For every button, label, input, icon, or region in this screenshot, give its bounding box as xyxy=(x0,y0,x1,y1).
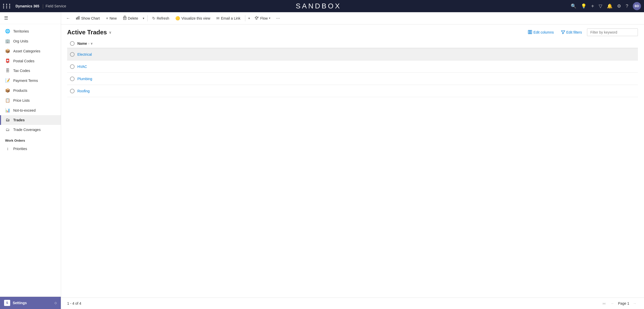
sidebar-item-not-to-exceed[interactable]: 📊 Not-to-exceed xyxy=(0,105,61,115)
email-link-button[interactable]: ✉ Email a Link xyxy=(214,14,243,22)
settings-square-icon: S xyxy=(4,300,10,306)
sidebar-item-payment-terms-label: Payment Terms xyxy=(13,79,38,83)
sidebar-item-territories[interactable]: 🌐 Territories xyxy=(0,26,61,36)
view-title-chevron-icon[interactable]: ∨ xyxy=(109,30,111,34)
view-title: Active Trades xyxy=(67,29,107,36)
svg-rect-7 xyxy=(125,18,125,19)
svg-rect-4 xyxy=(124,16,126,16)
idea-icon[interactable]: 💡 xyxy=(581,3,586,9)
roofing-link[interactable]: Roofing xyxy=(77,89,90,93)
new-button[interactable]: + New xyxy=(103,14,119,22)
trades-icon: 🗂 xyxy=(5,118,10,122)
tax-codes-icon: 🗄 xyxy=(5,68,10,73)
prev-page-button[interactable]: ← xyxy=(609,300,616,306)
row-check-col-roofing xyxy=(67,89,77,93)
flow-icon xyxy=(254,16,259,21)
back-button[interactable]: ← xyxy=(64,14,72,22)
pagination-controls: ⏮ ← Page 1 → xyxy=(601,300,638,306)
svg-rect-6 xyxy=(124,18,125,19)
edit-columns-button[interactable]: Edit columns xyxy=(526,29,556,36)
apps-grid-button[interactable] xyxy=(3,4,11,8)
electrical-link[interactable]: Electrical xyxy=(77,52,92,56)
sidebar-item-priorities-label: Priorities xyxy=(13,147,27,151)
search-icon[interactable]: 🔍 xyxy=(571,3,576,9)
row-radio-electrical[interactable] xyxy=(70,52,75,57)
name-column-header[interactable]: Name ↑ ∨ xyxy=(77,41,638,46)
edit-columns-icon xyxy=(528,30,532,35)
flow-button[interactable]: Flow ▾ xyxy=(252,14,273,22)
gear-icon[interactable]: ⚙ xyxy=(617,3,621,9)
row-radio-plumbing[interactable] xyxy=(70,77,75,81)
payment-terms-icon: 📝 xyxy=(5,78,10,83)
flow-chevron-icon[interactable]: ▾ xyxy=(269,17,270,20)
refresh-icon: ↻ xyxy=(152,16,155,21)
help-icon[interactable]: ? xyxy=(626,4,628,9)
price-lists-icon: 📋 xyxy=(5,98,10,103)
nav-right-icons: 🔍 💡 + ▽ 🔔 ⚙ ? BD xyxy=(571,2,641,10)
delete-dropdown-button[interactable]: ▾ xyxy=(142,15,145,22)
bell-icon[interactable]: 🔔 xyxy=(607,3,612,9)
table-area: Name ↑ ∨ Electrical H xyxy=(61,39,644,298)
refresh-label: Refresh xyxy=(157,16,169,20)
sort-asc-icon[interactable]: ↑ xyxy=(88,42,90,45)
sandbox-title: SANDBOX xyxy=(296,2,341,10)
refresh-button[interactable]: ↻ Refresh xyxy=(150,14,172,22)
row-name-hvac: HVAC xyxy=(77,65,638,69)
trade-coverages-icon: 🗂 xyxy=(5,127,10,132)
sidebar-item-products[interactable]: 📦 Products xyxy=(0,85,61,95)
user-avatar[interactable]: BD xyxy=(633,2,641,10)
page-label: Page 1 xyxy=(618,301,629,305)
email-label: Email a Link xyxy=(221,16,240,20)
hvac-link[interactable]: HVAC xyxy=(77,65,87,69)
plus-icon[interactable]: + xyxy=(591,3,594,9)
filter-keyword-input[interactable] xyxy=(587,28,638,36)
sidebar-hamburger-icon[interactable]: ☰ xyxy=(4,15,8,21)
row-radio-roofing[interactable] xyxy=(70,89,75,93)
sidebar-settings-item[interactable]: S Settings ◇ xyxy=(0,297,61,309)
sidebar-item-payment-terms[interactable]: 📝 Payment Terms xyxy=(0,76,61,85)
next-page-button[interactable]: → xyxy=(631,300,638,306)
email-dropdown-button[interactable]: ▾ xyxy=(247,15,251,22)
filter-icon[interactable]: ▽ xyxy=(599,3,602,9)
new-icon: + xyxy=(106,16,108,21)
sidebar: ☰ 🌐 Territories 🏢 Org Units 📦 Asset Cate… xyxy=(0,12,61,309)
sidebar-item-priorities[interactable]: ↕ Priorities xyxy=(0,144,61,154)
record-count: 1 - 4 of 4 xyxy=(67,301,81,305)
delete-button[interactable]: Delete xyxy=(120,14,141,22)
visualize-label: Visualize this view xyxy=(181,16,210,20)
table-row: Roofing xyxy=(67,85,638,97)
show-chart-button[interactable]: Show Chart xyxy=(73,14,102,22)
sidebar-item-trades[interactable]: 🗂 Trades xyxy=(0,115,61,125)
postal-codes-icon: 📮 xyxy=(5,58,10,63)
header-check-col xyxy=(67,41,77,46)
plumbing-link[interactable]: Plumbing xyxy=(77,77,92,81)
table-header-row: Name ↑ ∨ xyxy=(67,39,638,48)
sidebar-item-not-to-exceed-label: Not-to-exceed xyxy=(13,108,36,112)
table-row: HVAC xyxy=(67,61,638,73)
sidebar-item-asset-categories[interactable]: 📦 Asset Categories xyxy=(0,46,61,56)
main-content: ← Show Chart + New xyxy=(61,12,644,309)
row-radio-hvac[interactable] xyxy=(70,64,75,69)
sidebar-item-org-units-label: Org Units xyxy=(13,39,28,43)
name-header-label: Name xyxy=(77,41,87,46)
header-radio-circle[interactable] xyxy=(70,41,75,46)
sort-dropdown-icon[interactable]: ∨ xyxy=(91,42,93,45)
edit-filters-icon xyxy=(561,30,565,35)
sidebar-item-price-lists[interactable]: 📋 Price Lists xyxy=(0,95,61,105)
more-options-button[interactable]: ··· xyxy=(274,14,282,22)
sidebar-item-tax-codes[interactable]: 🗄 Tax Codes xyxy=(0,66,61,76)
first-page-button[interactable]: ⏮ xyxy=(601,300,607,306)
top-navigation: Dynamics 365 | Field Service SANDBOX 🔍 💡… xyxy=(0,0,644,12)
sidebar-item-products-label: Products xyxy=(13,89,27,93)
sidebar-top: ☰ xyxy=(0,12,61,24)
edit-filters-button[interactable]: Edit filters xyxy=(559,29,584,36)
visualize-button[interactable]: 🟡 Visualize this view xyxy=(173,14,213,22)
sidebar-settings-label: Settings xyxy=(13,301,27,305)
sidebar-item-trade-coverages[interactable]: 🗂 Trade Coverages xyxy=(0,125,61,135)
new-label: New xyxy=(110,16,117,20)
sidebar-item-asset-categories-label: Asset Categories xyxy=(13,49,40,53)
sidebar-item-org-units[interactable]: 🏢 Org Units xyxy=(0,36,61,46)
svg-rect-2 xyxy=(79,16,79,20)
work-orders-section-header: Work Orders xyxy=(0,135,61,144)
sidebar-item-postal-codes[interactable]: 📮 Postal Codes xyxy=(0,56,61,66)
